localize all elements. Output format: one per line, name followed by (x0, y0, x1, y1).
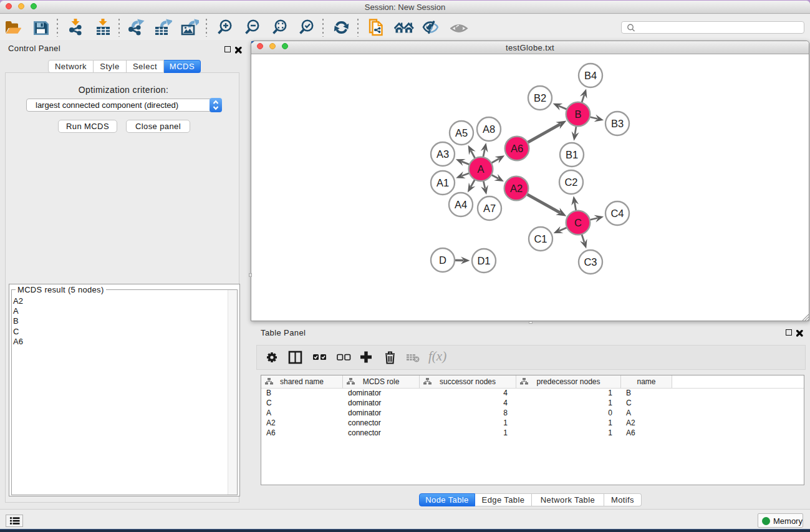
svg-text:A3: A3 (436, 148, 449, 160)
svg-text:B2: B2 (534, 92, 546, 104)
svg-text:D1: D1 (477, 255, 490, 266)
svg-text:B3: B3 (611, 118, 624, 129)
svg-text:C1: C1 (534, 233, 547, 244)
svg-text:D: D (439, 254, 446, 266)
svg-text:A2: A2 (510, 183, 523, 194)
svg-text:C4: C4 (610, 208, 624, 219)
svg-text:B1: B1 (566, 149, 578, 160)
svg-text:B4: B4 (584, 70, 597, 81)
svg-text:A4: A4 (455, 199, 467, 210)
svg-text:A7: A7 (483, 203, 496, 214)
svg-text:C: C (574, 217, 582, 228)
svg-text:A5: A5 (455, 127, 468, 138)
svg-text:A6: A6 (511, 143, 523, 154)
svg-text:A8: A8 (483, 123, 495, 135)
svg-text:B: B (574, 109, 581, 120)
svg-text:C3: C3 (584, 256, 597, 268)
svg-text:A: A (477, 163, 484, 175)
svg-text:C2: C2 (564, 177, 577, 188)
svg-text:A1: A1 (436, 177, 449, 188)
